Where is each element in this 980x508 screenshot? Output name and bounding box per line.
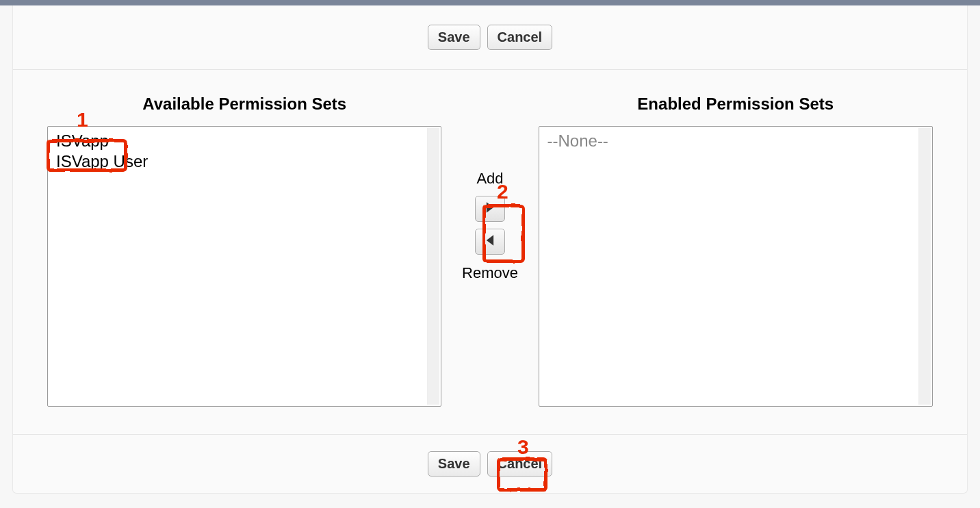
permission-set-panel: Save Cancel Available Permission Sets IS… xyxy=(12,5,968,494)
add-button[interactable] xyxy=(475,196,505,222)
available-option-isvapp[interactable]: ISVapp xyxy=(52,131,437,151)
enabled-column: Enabled Permission Sets --None-- xyxy=(539,94,933,407)
available-listbox[interactable]: ISVapp ISVapp User xyxy=(47,126,441,407)
available-column: Available Permission Sets ISVapp ISVapp … xyxy=(47,94,441,407)
transfer-controls: Add Remove xyxy=(461,94,519,282)
available-scrollbar[interactable] xyxy=(427,128,439,405)
window-top-border xyxy=(0,0,980,5)
available-header: Available Permission Sets xyxy=(142,94,346,114)
arrow-left-icon xyxy=(485,234,495,249)
cancel-button-bottom[interactable]: Cancel xyxy=(487,451,553,477)
remove-button[interactable] xyxy=(475,229,505,255)
top-button-row: Save Cancel xyxy=(13,5,967,70)
save-button-bottom[interactable]: Save xyxy=(428,451,480,477)
enabled-listbox[interactable]: --None-- xyxy=(539,126,933,407)
enabled-scrollbar[interactable] xyxy=(918,128,931,405)
enabled-header: Enabled Permission Sets xyxy=(637,94,834,114)
enabled-placeholder: --None-- xyxy=(543,131,928,151)
add-label: Add xyxy=(476,170,503,188)
bottom-button-row: Save Cancel xyxy=(13,434,967,493)
save-button-top[interactable]: Save xyxy=(428,25,480,50)
cancel-button-top[interactable]: Cancel xyxy=(487,25,553,50)
remove-label: Remove xyxy=(462,264,518,282)
dueling-list-area: Available Permission Sets ISVapp ISVapp … xyxy=(13,70,967,434)
available-option-isvapp-user[interactable]: ISVapp User xyxy=(52,151,437,172)
arrow-right-icon xyxy=(485,201,495,216)
